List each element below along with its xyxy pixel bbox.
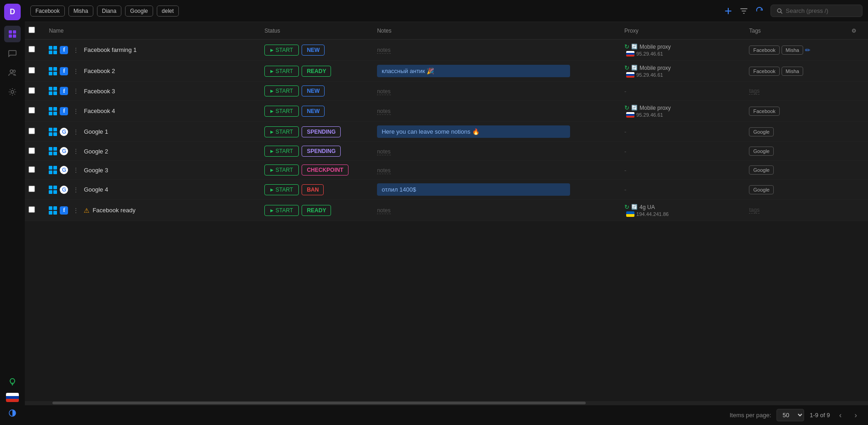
windows-icon xyxy=(49,166,57,174)
row-context-menu[interactable]: ⋮ xyxy=(71,67,81,76)
tags-cell: Google xyxy=(749,127,844,136)
row-checkbox[interactable] xyxy=(29,87,35,94)
row-checkbox[interactable] xyxy=(29,67,35,74)
row-context-menu[interactable]: ⋮ xyxy=(71,206,81,215)
proxy-empty: - xyxy=(624,128,626,135)
topbar: Facebook Misha Diana Google delet xyxy=(25,0,868,22)
facebook-platform-icon: f xyxy=(60,87,68,95)
status-badge: SPENDING xyxy=(302,146,341,157)
sidebar-item-users[interactable] xyxy=(4,64,21,81)
row-context-menu[interactable]: ⋮ xyxy=(71,147,81,156)
tag-item[interactable]: Google xyxy=(749,185,773,194)
items-per-page-select[interactable]: 50 25 100 xyxy=(777,409,804,421)
tag-item[interactable]: Google xyxy=(749,147,773,156)
tag-item[interactable]: Facebook xyxy=(749,67,779,76)
tag-item[interactable]: Google xyxy=(749,165,773,175)
tag-item[interactable]: Misha xyxy=(782,67,803,76)
row-checkbox[interactable] xyxy=(29,107,35,113)
row-checkbox[interactable] xyxy=(29,46,35,52)
chat-icon xyxy=(8,49,17,58)
row-checkbox[interactable] xyxy=(29,166,35,173)
row-context-menu[interactable]: ⋮ xyxy=(71,127,81,136)
settings-gear-icon[interactable]: ⚙ xyxy=(851,28,857,34)
start-button[interactable]: ▶ START xyxy=(264,205,299,216)
select-all-checkbox[interactable] xyxy=(29,27,35,33)
notes-placeholder[interactable]: notes xyxy=(377,108,390,115)
row-settings xyxy=(848,122,868,142)
scrollbar-thumb[interactable] xyxy=(52,402,586,404)
proxy-refresh-icon: 🔄 xyxy=(631,105,638,111)
google-platform-icon: G xyxy=(60,186,68,194)
notes-placeholder[interactable]: notes xyxy=(377,47,390,54)
table-row: f⋮Facebook 3▶ STARTNEWnotes-tags xyxy=(25,82,868,101)
tag-item[interactable]: Misha xyxy=(782,45,803,55)
row-context-menu[interactable]: ⋮ xyxy=(71,185,81,194)
status-badge: BAN xyxy=(302,184,324,195)
tag-item[interactable]: Google xyxy=(749,127,773,136)
filter-button[interactable] xyxy=(739,6,748,16)
notes-placeholder[interactable]: notes xyxy=(377,167,390,174)
logo[interactable]: D xyxy=(4,4,21,20)
windows-icon xyxy=(49,186,57,194)
start-button[interactable]: ▶ START xyxy=(264,66,299,77)
svg-rect-1 xyxy=(13,30,16,34)
notes-content[interactable]: Here you can leave some notions 🔥 xyxy=(377,125,570,138)
row-checkbox[interactable] xyxy=(29,186,35,192)
next-page-button[interactable]: › xyxy=(851,409,861,421)
prev-page-button[interactable]: ‹ xyxy=(835,409,845,421)
start-button[interactable]: ▶ START xyxy=(264,85,299,96)
facebook-platform-icon: f xyxy=(60,206,68,215)
start-button[interactable]: ▶ START xyxy=(264,164,299,176)
windows-icon xyxy=(49,67,57,75)
tags-cell: tags xyxy=(749,207,844,214)
start-button[interactable]: ▶ START xyxy=(264,146,299,157)
start-button[interactable]: ▶ START xyxy=(264,106,299,117)
notes-placeholder[interactable]: notes xyxy=(377,148,390,155)
row-context-menu[interactable]: ⋮ xyxy=(71,45,81,55)
status-badge: NEW xyxy=(302,45,325,56)
tag-delet[interactable]: delet xyxy=(157,6,179,17)
tag-google[interactable]: Google xyxy=(125,6,153,17)
sidebar-item-browsers[interactable] xyxy=(4,26,21,42)
proxy-rotate-icon: ↻ xyxy=(624,64,629,71)
refresh-button[interactable] xyxy=(755,6,764,16)
search-box[interactable]: Search (press /) xyxy=(771,5,862,17)
row-context-menu[interactable]: ⋮ xyxy=(71,165,81,175)
bulb-icon xyxy=(8,377,17,386)
proxy-name: Mobile proxy xyxy=(640,65,671,71)
warning-icon: ⚠ xyxy=(84,207,90,214)
row-context-menu[interactable]: ⋮ xyxy=(71,107,81,116)
row-checkbox[interactable] xyxy=(29,147,35,154)
account-name-label: Facebook 2 xyxy=(84,68,115,74)
sidebar-item-theme[interactable] xyxy=(4,405,21,421)
ru-flag xyxy=(626,51,634,57)
notes-content[interactable]: отлил 1400$ xyxy=(377,183,570,196)
header-checkbox[interactable] xyxy=(25,22,45,40)
sidebar-item-bulb[interactable] xyxy=(4,374,21,390)
header-status: Status xyxy=(261,22,373,40)
start-button[interactable]: ▶ START xyxy=(264,126,299,137)
tag-item[interactable]: Facebook xyxy=(749,45,779,55)
sidebar-item-chat[interactable] xyxy=(4,45,21,62)
tag-misha[interactable]: Misha xyxy=(69,6,93,17)
google-platform-icon: G xyxy=(60,128,68,136)
header-settings[interactable]: ⚙ xyxy=(848,22,868,40)
sidebar: D xyxy=(0,0,25,425)
row-settings xyxy=(848,61,868,82)
notes-placeholder[interactable]: notes xyxy=(377,88,390,95)
status-badge: CHECKPOINT xyxy=(302,164,348,176)
row-context-menu[interactable]: ⋮ xyxy=(71,86,81,96)
start-button[interactable]: ▶ START xyxy=(264,45,299,56)
notes-placeholder[interactable]: notes xyxy=(377,207,390,214)
tag-diana[interactable]: Diana xyxy=(97,6,121,17)
add-button[interactable] xyxy=(724,6,733,16)
start-button[interactable]: ▶ START xyxy=(264,184,299,195)
row-checkbox[interactable] xyxy=(29,206,35,213)
tag-item[interactable]: Facebook xyxy=(749,107,779,116)
horizontal-scrollbar[interactable] xyxy=(25,401,868,405)
row-checkbox[interactable] xyxy=(29,128,35,134)
sidebar-item-settings[interactable] xyxy=(4,84,21,100)
notes-content[interactable]: классный антик 🎉 xyxy=(377,65,570,77)
tag-facebook[interactable]: Facebook xyxy=(30,6,65,17)
edit-icon[interactable]: ✏ xyxy=(805,46,811,54)
